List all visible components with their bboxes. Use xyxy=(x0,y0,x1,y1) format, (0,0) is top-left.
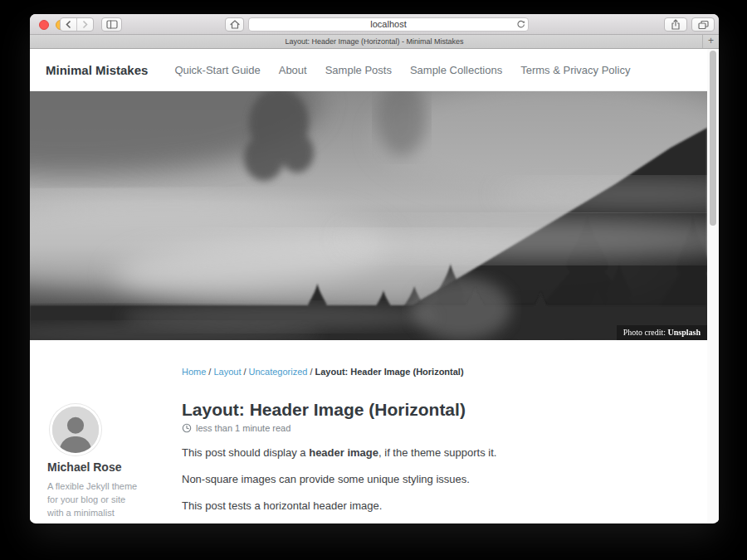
share-button[interactable] xyxy=(664,17,687,32)
author-name: Michael Rose xyxy=(47,460,162,474)
paragraph: This post should display a header image,… xyxy=(182,446,701,460)
paragraph-text: , if the theme supports it. xyxy=(378,446,496,459)
header-image: Photo credit: Unsplash xyxy=(30,91,707,340)
masthead: Minimal Mistakes Quick-Start Guide About… xyxy=(30,49,719,91)
nav-item-sample-posts[interactable]: Sample Posts xyxy=(325,64,392,76)
author-profile: Michael Rose A flexible Jekyll theme for… xyxy=(47,404,162,522)
reload-button[interactable] xyxy=(516,20,525,32)
breadcrumb-separator: / xyxy=(208,367,211,377)
photo-credit: Photo credit: Unsplash xyxy=(617,325,707,340)
home-button[interactable] xyxy=(225,17,244,32)
browser-titlebar: localhost xyxy=(30,14,719,35)
author-bio: A flexible Jekyll theme for your blog or… xyxy=(47,480,142,522)
clock-icon xyxy=(182,423,192,433)
share-icon xyxy=(671,19,681,30)
history-nav-group xyxy=(60,17,94,32)
chevron-left-icon xyxy=(65,20,72,29)
paragraph-text: This post should display a xyxy=(182,446,309,459)
article-area: Home/Layout/Uncategorized/Layout: Header… xyxy=(30,340,719,513)
nav-item-quick-start-guide[interactable]: Quick-Start Guide xyxy=(174,64,260,76)
url-field[interactable]: localhost xyxy=(248,17,529,32)
site-title-link[interactable]: Minimal Mistakes xyxy=(46,63,148,77)
paragraph: This post tests a horizontal header imag… xyxy=(182,499,701,513)
sidebar-icon xyxy=(106,20,118,29)
breadcrumb-layout[interactable]: Layout xyxy=(213,367,241,377)
tab-title: Layout: Header Image (Horizontal) - Mini… xyxy=(285,37,463,46)
scrollbar-thumb[interactable] xyxy=(710,51,716,226)
avatar xyxy=(50,404,101,455)
paragraph: Non-square images can provide some uniqu… xyxy=(182,472,701,486)
page-content: Minimal Mistakes Quick-Start Guide About… xyxy=(30,49,719,522)
browser-window: localhost Layout: Header xyxy=(30,14,719,523)
person-silhouette-icon xyxy=(52,407,99,453)
nav-item-about[interactable]: About xyxy=(279,64,307,76)
breadcrumb-separator: / xyxy=(310,367,312,377)
breadcrumb-current: Layout: Header Image (Horizontal) xyxy=(315,367,464,377)
page-title: Layout: Header Image (Horizontal) xyxy=(182,400,701,420)
post-body: This post should display a header image,… xyxy=(182,446,701,513)
masthead-nav: Quick-Start Guide About Sample Posts Sam… xyxy=(174,64,630,76)
breadcrumb-separator: / xyxy=(243,367,246,377)
back-button[interactable] xyxy=(61,18,77,31)
foggy-forest-image xyxy=(30,91,707,340)
scrollbar-track[interactable] xyxy=(707,49,719,522)
sidebar-toggle-button[interactable] xyxy=(101,17,122,32)
tab-overview-button[interactable] xyxy=(691,17,715,32)
nav-item-terms-privacy-policy[interactable]: Terms & Privacy Policy xyxy=(520,64,630,76)
photo-credit-link[interactable]: Unsplash xyxy=(668,328,701,337)
home-icon xyxy=(230,20,240,29)
reload-icon xyxy=(516,20,525,29)
active-tab[interactable]: Layout: Header Image (Horizontal) - Mini… xyxy=(30,35,719,48)
breadcrumb: Home/Layout/Uncategorized/Layout: Header… xyxy=(182,367,701,377)
url-text: localhost xyxy=(370,19,406,29)
plus-icon: + xyxy=(708,35,714,46)
paragraph-bold-text: header image xyxy=(309,446,378,459)
tab-bar: Layout: Header Image (Horizontal) - Mini… xyxy=(30,35,719,49)
post-meta: less than 1 minute read xyxy=(182,423,701,433)
tabs-icon xyxy=(698,20,709,30)
read-time: less than 1 minute read xyxy=(196,423,290,433)
close-window-button[interactable] xyxy=(39,20,49,30)
photo-credit-text: Photo credit: xyxy=(623,328,668,337)
breadcrumb-home[interactable]: Home xyxy=(182,367,206,377)
breadcrumb-uncategorized[interactable]: Uncategorized xyxy=(249,367,308,377)
forward-button[interactable] xyxy=(77,18,94,31)
nav-item-sample-collections[interactable]: Sample Collections xyxy=(410,64,502,76)
new-tab-button[interactable]: + xyxy=(702,35,719,48)
chevron-right-icon xyxy=(81,20,89,29)
